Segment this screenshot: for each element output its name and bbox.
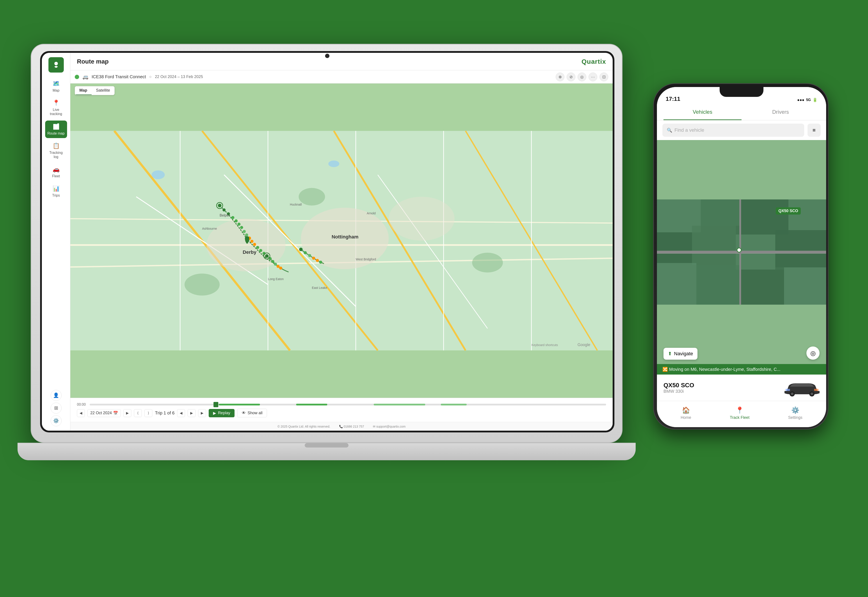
scene: 🗺️ Map 📍 Live tracking 🗂️ Route map [0, 0, 868, 597]
tracking-log-icon: 📋 [53, 143, 59, 149]
profile-btn[interactable]: 👤 [51, 390, 62, 401]
signal-icon: ●●● [797, 98, 804, 102]
svg-rect-76 [696, 265, 740, 304]
phone-nav-settings[interactable]: ⚙️ Settings [788, 406, 803, 420]
search-placeholder: Find a vehicle [675, 127, 704, 133]
track-fleet-nav-icon: 📍 [736, 406, 744, 414]
action-btn-2[interactable]: ⊘ [566, 73, 575, 81]
svg-rect-78 [784, 267, 826, 304]
svg-point-24 [472, 253, 503, 272]
app-container: 🗺️ Map 📍 Live tracking 🗂️ Route map [42, 53, 612, 431]
vehicle-date-range: 22 Oct 2024 – 13 Feb 2025 [155, 74, 203, 79]
settings-btn[interactable]: ⚙️ [51, 415, 62, 426]
laptop-screen: 🗺️ Map 📍 Live tracking 🗂️ Route map [42, 53, 612, 431]
svg-point-21 [389, 197, 454, 241]
laptop: 🗺️ Map 📍 Live tracking 🗂️ Route map [31, 44, 623, 526]
sidebar-label-trips: Trips [52, 193, 60, 198]
nav-btn-3[interactable]: ⟨ [134, 409, 142, 417]
svg-rect-74 [775, 230, 826, 267]
phone-navigate-btn[interactable]: ⬆ Navigate [663, 348, 697, 359]
svg-text:Google: Google [578, 343, 590, 347]
action-btn-1[interactable]: ⊕ [556, 73, 565, 81]
action-btn-4[interactable]: ⋯ [589, 73, 597, 81]
phone-vehicle-info: QX50 SCO BMW 330i [663, 382, 694, 394]
phone-tabs: Vehicles Drivers [657, 104, 826, 120]
svg-point-41 [269, 257, 272, 260]
phone: 17:11 ●●● 5G 🔋 Vehicles Drivers [653, 83, 829, 429]
footer-bar: © 2025 Quartix Ltd. All rights reserved.… [70, 422, 612, 431]
svg-rect-71 [657, 232, 692, 263]
svg-point-35 [250, 240, 253, 243]
phone-body: 17:11 ●●● 5G 🔋 Vehicles Drivers [653, 83, 829, 429]
sidebar-item-trips[interactable]: 📊 Trips [45, 183, 67, 200]
topbar: Route map Quartix [70, 53, 612, 70]
timeline-segment-2 [296, 404, 327, 405]
prev-btn[interactable]: ◀ [77, 409, 85, 417]
filter-btn[interactable]: ≡ [807, 123, 820, 137]
timeline-track[interactable] [90, 404, 606, 405]
phone-search-input[interactable]: 🔍 Find a vehicle [662, 123, 804, 137]
sidebar-item-map[interactable]: 🗺️ Map [45, 77, 67, 95]
svg-point-50 [316, 259, 319, 262]
phone-text: 📞 01686 213 757 [339, 425, 364, 428]
svg-point-36 [253, 243, 256, 246]
show-all-button[interactable]: 👁 Show all [237, 409, 267, 417]
svg-point-26 [223, 208, 226, 211]
email-text: ✉ support@quartix.com [373, 425, 406, 428]
phone-nav-track-fleet[interactable]: 📍 Track Fleet [730, 406, 749, 420]
grid-btn[interactable]: ⊞ [51, 402, 62, 414]
sidebar-label-fleet: Fleet [52, 174, 60, 178]
laptop-base [18, 443, 636, 460]
trip-next-btn[interactable]: ▶ [187, 409, 196, 417]
map-container: Map Satellite [70, 83, 612, 398]
phone-bottom-nav: 🏠 Home 📍 Track Fleet ⚙️ Settings [657, 401, 826, 427]
vehicle-actions: ⊕ ⊘ ◎ ⋯ ⊡ [556, 73, 608, 81]
eye-icon: 👁 [242, 411, 246, 415]
svg-point-0 [54, 62, 58, 65]
phone-map-area: QX50 SCO ⬆ Navigate ◎ [657, 140, 826, 364]
sidebar-item-fleet[interactable]: 🚗 Fleet [45, 163, 67, 181]
svg-text:Hucknall: Hucknall [290, 203, 302, 206]
svg-point-22 [184, 273, 220, 296]
svg-rect-70 [788, 199, 826, 230]
phone-screen: 17:11 ●●● 5G 🔋 Vehicles Drivers [657, 87, 826, 427]
date-picker[interactable]: 22 Oct 2024 📅 [88, 409, 121, 417]
trip-prev-btn[interactable]: ◀ [177, 409, 185, 417]
phone-nav-home[interactable]: 🏠 Home [681, 406, 691, 420]
next-btn[interactable]: ▶ [123, 409, 131, 417]
sidebar-item-live-tracking[interactable]: 📍 Live tracking [45, 97, 67, 119]
phone-notch [719, 87, 764, 97]
navigate-label: Navigate [674, 351, 693, 356]
svg-text:East Leake: East Leake [312, 286, 327, 290]
phone-vehicle-card: QX50 SCO BMW 330i [657, 374, 826, 401]
phone-tab-vehicles[interactable]: Vehicles [663, 104, 742, 120]
tab-map[interactable]: Map [75, 86, 92, 95]
sidebar-bottom: 👤 ⊞ ⚙️ [51, 390, 62, 426]
timeline-bar: 00:00 [75, 402, 608, 407]
vehicle-name: ICE38 Ford Transit Connect [92, 74, 146, 79]
replay-label: Replay [218, 411, 230, 415]
svg-rect-87 [814, 389, 819, 391]
svg-rect-75 [657, 263, 696, 304]
svg-point-43 [274, 263, 277, 266]
timeline-start-time: 00:00 [77, 402, 88, 407]
replay-button[interactable]: ▶ Replay [209, 409, 235, 417]
action-btn-3[interactable]: ◎ [578, 73, 586, 81]
sidebar-label-tracking-log: Tracking log [47, 151, 65, 159]
sidebar-label-map: Map [53, 88, 59, 92]
play-btn[interactable]: ▶ [198, 409, 206, 417]
svg-text:Derby: Derby [243, 249, 256, 255]
phone-tab-drivers[interactable]: Drivers [742, 104, 820, 120]
svg-text:Arnold: Arnold [367, 211, 376, 215]
nav-btn-4[interactable]: ⟩ [144, 409, 152, 417]
tab-satellite[interactable]: Satellite [92, 86, 114, 95]
sidebar-item-route-map[interactable]: 🗂️ Route map [45, 120, 67, 138]
action-btn-5[interactable]: ⊡ [599, 73, 608, 81]
sidebar-item-tracking-log[interactable]: 📋 Tracking log [45, 140, 67, 162]
brand-name: Quartix [581, 58, 606, 65]
sidebar: 🗺️ Map 📍 Live tracking 🗂️ Route map [42, 53, 70, 431]
home-nav-icon: 🏠 [682, 406, 690, 414]
phone-recenter-btn[interactable]: ◎ [806, 346, 820, 359]
track-fleet-nav-label: Track Fleet [730, 415, 749, 420]
svg-text:Nottingham: Nottingham [331, 234, 358, 239]
